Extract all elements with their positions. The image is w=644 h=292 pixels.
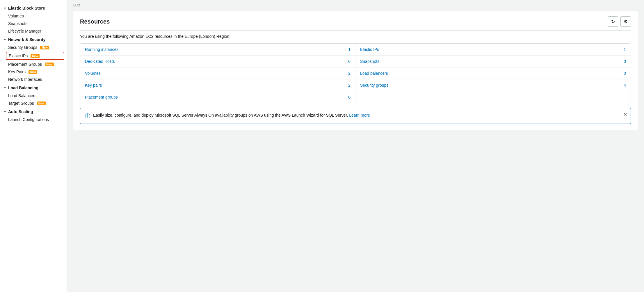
badge-new: New [31,54,40,58]
resources-header: Resources ↻ ⚙ [80,16,631,31]
sidebar-item-network-interfaces[interactable]: Network Interfaces [0,76,67,83]
security-groups-link[interactable]: Security groups [360,83,388,88]
badge-new: New [29,70,38,74]
snapshots-count: 0 [624,59,626,64]
resource-cell-key-pairs[interactable]: Key pairs 2 [80,79,355,91]
sidebar-item-launch-configurations[interactable]: Launch Configurations [0,116,67,123]
learn-more-link[interactable]: Learn more [349,113,370,117]
header-actions: ↻ ⚙ [608,16,631,27]
badge-new: New [37,102,46,105]
security-groups-count: 4 [624,83,626,88]
resource-cell-running-instances[interactable]: Running instances 1 [80,44,355,56]
sidebar-item-security-groups[interactable]: Security GroupsNew [0,44,67,51]
resource-grid: Running instances 1 Elastic IPs 1 Dedica… [80,43,631,103]
sidebar-item-placement-groups[interactable]: Placement GroupsNew [0,60,67,68]
sidebar-section-auto-scaling[interactable]: ▼Auto Scaling [0,107,67,116]
banner-text: Easily size, configure, and deploy Micro… [93,112,370,118]
sidebar-item-target-groups[interactable]: Target GroupsNew [0,99,67,107]
elastic-ips-link[interactable]: Elastic IPs [360,47,379,52]
key-pairs-count: 2 [348,83,351,88]
running-instances-link[interactable]: Running instances [85,47,118,52]
settings-button[interactable]: ⚙ [620,16,631,27]
sidebar-item-label: Target Groups [8,101,34,106]
chevron-icon: ▼ [3,86,6,90]
volumes-link[interactable]: Volumes [85,71,101,76]
key-pairs-link[interactable]: Key pairs [85,83,102,88]
sidebar-item-snapshots[interactable]: Snapshots [0,20,67,27]
main-content: EC2 Resources ↻ ⚙ You are using the foll… [67,0,644,292]
sidebar-item-label: Lifecycle Manager [8,29,41,33]
info-icon: ⓘ [85,113,90,120]
sidebar-item-lifecycle-manager[interactable]: Lifecycle Manager [0,27,67,35]
resources-card: Resources ↻ ⚙ You are using the followin… [73,10,638,130]
resource-cell-dedicated-hosts[interactable]: Dedicated Hosts 0 [80,56,355,67]
resource-cell-load-balancers[interactable]: Load balancers 0 [355,67,631,79]
badge-new: New [40,46,49,49]
resource-cell-empty [355,91,631,103]
sidebar-item-volumes[interactable]: Volumes [0,12,67,20]
banner-close-button[interactable]: ✕ [623,112,627,117]
running-instances-count: 1 [348,47,351,52]
sidebar-item-key-pairs[interactable]: Key PairsNew [0,68,67,76]
sidebar-item-label: Security Groups [8,45,37,50]
placement-groups-link[interactable]: Placement groups [85,95,118,99]
resource-cell-elastic-ips[interactable]: Elastic IPs 1 [355,44,631,56]
sidebar-item-label: Key Pairs [8,70,26,74]
sidebar-item-label: Volumes [8,14,24,18]
badge-new: New [45,63,54,66]
sidebar-item-elastic-ips[interactable]: Elastic IPsNew [6,52,64,60]
sidebar-item-label: Load Balancers [8,93,36,98]
load-balancers-link[interactable]: Load balancers [360,71,388,76]
snapshots-link[interactable]: Snapshots [360,59,379,64]
volumes-count: 2 [348,71,351,76]
sidebar-item-label: Elastic IPs [9,54,28,58]
elastic-ips-count: 1 [624,47,626,52]
refresh-button[interactable]: ↻ [608,16,618,27]
sidebar-section-load-balancing[interactable]: ▼Load Balancing [0,83,67,92]
resource-cell-volumes[interactable]: Volumes 2 [80,67,355,79]
resource-cell-security-groups[interactable]: Security groups 4 [355,79,631,91]
chevron-icon: ▼ [3,110,6,113]
sidebar: ▼Elastic Block StoreVolumesSnapshotsLife… [0,0,67,292]
dedicated-hosts-link[interactable]: Dedicated Hosts [85,59,115,64]
chevron-icon: ▼ [3,38,6,41]
chevron-icon: ▼ [3,7,6,10]
sidebar-item-label: Network Interfaces [8,77,42,82]
region-text: You are using the following Amazon EC2 r… [80,34,631,39]
placement-groups-count: 0 [348,95,351,99]
resource-cell-snapshots[interactable]: Snapshots 0 [355,56,631,67]
sidebar-section-elastic-block-store[interactable]: ▼Elastic Block Store [0,3,67,12]
sidebar-item-load-balancers[interactable]: Load Balancers [0,92,67,99]
sidebar-section-network-security[interactable]: ▼Network & Security [0,35,67,44]
load-balancers-count: 0 [624,71,626,76]
sidebar-item-label: Launch Configurations [8,117,49,122]
resource-cell-placement-groups[interactable]: Placement groups 0 [80,91,355,103]
sidebar-item-label: Snapshots [8,21,27,26]
dedicated-hosts-count: 0 [348,59,351,64]
info-banner: ⓘ Easily size, configure, and deploy Mic… [80,108,631,124]
breadcrumb: EC2 [67,0,644,10]
resources-title: Resources [80,18,110,25]
sidebar-item-label: Placement Groups [8,62,42,67]
